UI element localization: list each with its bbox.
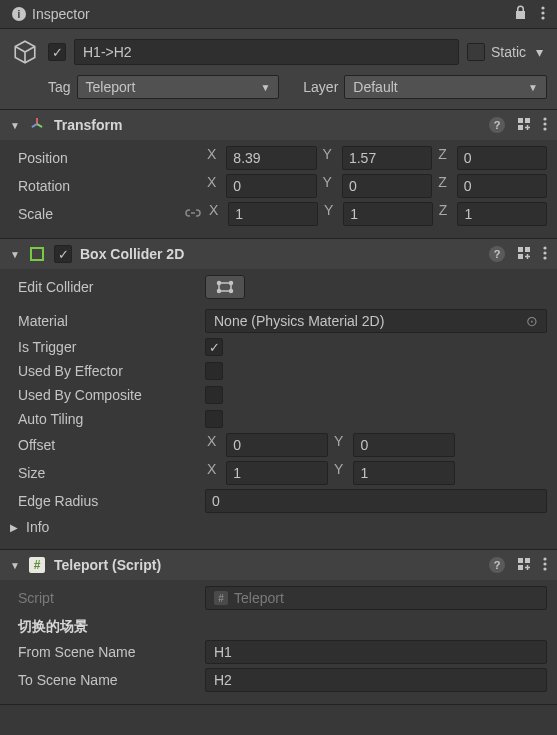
teleport-section-header: 切换的场景 <box>10 612 547 638</box>
help-icon[interactable]: ? <box>489 246 505 262</box>
used-by-composite-checkbox[interactable] <box>205 386 223 404</box>
position-x-field[interactable]: 8.39 <box>226 146 316 170</box>
script-field: # Teleport <box>205 586 547 610</box>
link-icon[interactable] <box>185 206 207 222</box>
edge-radius-label: Edge Radius <box>10 493 205 509</box>
to-scene-field[interactable]: H2 <box>205 668 547 692</box>
svg-point-12 <box>543 246 546 249</box>
info-label[interactable]: Info <box>20 519 49 535</box>
info-icon: i <box>12 7 26 21</box>
layer-label: Layer <box>303 79 338 95</box>
position-z-field[interactable]: 0 <box>457 146 547 170</box>
offset-x-field[interactable]: 0 <box>226 433 328 457</box>
script-file-icon: # <box>214 591 228 605</box>
axis-y-label: Y <box>321 146 338 170</box>
auto-tiling-checkbox[interactable] <box>205 410 223 428</box>
svg-point-13 <box>543 251 546 254</box>
boxcollider-icon <box>28 245 46 263</box>
svg-rect-22 <box>518 565 523 570</box>
transform-title: Transform <box>54 117 481 133</box>
help-icon[interactable]: ? <box>489 117 505 133</box>
layer-dropdown[interactable]: Default ▼ <box>344 75 547 99</box>
gameobject-header: H1->H2 Static ▾ Tag Teleport ▼ Layer Def… <box>0 29 557 110</box>
scale-z-field[interactable]: 1 <box>457 202 547 226</box>
svg-point-19 <box>230 290 233 293</box>
transform-component: ▼ Transform ? Position X 8.39 Y 1.57 Z 0… <box>0 110 557 239</box>
preset-icon[interactable] <box>517 557 531 574</box>
svg-rect-10 <box>525 247 530 252</box>
foldout-icon: ▼ <box>10 560 20 571</box>
rotation-z-field[interactable]: 0 <box>457 174 547 198</box>
kebab-icon[interactable] <box>543 557 547 574</box>
gameobject-name-field[interactable]: H1->H2 <box>74 39 459 65</box>
axis-x-label: X <box>205 146 222 170</box>
script-value: Teleport <box>234 590 284 606</box>
size-x-field[interactable]: 1 <box>226 461 328 485</box>
static-dropdown-arrow[interactable]: ▾ <box>532 44 547 60</box>
teleport-title: Teleport (Script) <box>54 557 481 573</box>
is-trigger-checkbox[interactable] <box>205 338 223 356</box>
svg-rect-5 <box>518 125 523 130</box>
transform-icon <box>28 116 46 134</box>
is-trigger-label: Is Trigger <box>10 339 205 355</box>
svg-point-2 <box>541 16 544 19</box>
transform-header[interactable]: ▼ Transform ? <box>0 110 557 140</box>
svg-point-14 <box>543 256 546 259</box>
position-label: Position <box>10 150 205 166</box>
gameobject-enabled-checkbox[interactable] <box>48 43 66 61</box>
svg-point-6 <box>543 117 546 120</box>
kebab-icon[interactable] <box>543 117 547 134</box>
foldout-icon: ▼ <box>10 120 20 131</box>
position-y-field[interactable]: 1.57 <box>342 146 432 170</box>
static-label: Static <box>491 44 526 60</box>
offset-y-field[interactable]: 0 <box>353 433 455 457</box>
to-scene-label: To Scene Name <box>10 672 205 688</box>
axis-z-label: Z <box>436 146 453 170</box>
size-label: Size <box>10 465 205 481</box>
teleport-header[interactable]: ▼ # Teleport (Script) ? <box>0 550 557 580</box>
boxcollider-header[interactable]: ▼ Box Collider 2D ? <box>0 239 557 269</box>
scale-y-field[interactable]: 1 <box>343 202 433 226</box>
tab-title: Inspector <box>32 6 90 22</box>
help-icon[interactable]: ? <box>489 557 505 573</box>
boxcollider-enabled-checkbox[interactable] <box>54 245 72 263</box>
teleport-component: ▼ # Teleport (Script) ? Script # Telepor… <box>0 550 557 705</box>
material-field[interactable]: None (Physics Material 2D) ⊙ <box>205 309 547 333</box>
kebab-icon[interactable] <box>543 246 547 263</box>
static-checkbox[interactable] <box>467 43 485 61</box>
kebab-icon[interactable] <box>541 6 545 23</box>
svg-point-8 <box>543 127 546 130</box>
rotation-x-field[interactable]: 0 <box>226 174 316 198</box>
auto-tiling-label: Auto Tiling <box>10 411 205 427</box>
preset-icon[interactable] <box>517 246 531 263</box>
svg-rect-3 <box>518 118 523 123</box>
size-y-field[interactable]: 1 <box>353 461 455 485</box>
svg-point-7 <box>543 122 546 125</box>
lock-icon[interactable] <box>514 5 527 23</box>
svg-rect-21 <box>525 558 530 563</box>
script-icon: # <box>28 556 46 574</box>
gameobject-icon[interactable] <box>10 37 40 67</box>
edit-collider-label: Edit Collider <box>10 279 205 295</box>
svg-point-23 <box>543 557 546 560</box>
svg-point-17 <box>230 282 233 285</box>
svg-point-16 <box>218 282 221 285</box>
info-foldout-icon[interactable]: ▶ <box>10 522 20 533</box>
tag-dropdown[interactable]: Teleport ▼ <box>77 75 280 99</box>
preset-icon[interactable] <box>517 117 531 134</box>
used-by-effector-checkbox[interactable] <box>205 362 223 380</box>
from-scene-field[interactable]: H1 <box>205 640 547 664</box>
chevron-down-icon: ▼ <box>260 82 270 93</box>
rotation-label: Rotation <box>10 178 205 194</box>
edit-collider-button[interactable] <box>205 275 245 299</box>
edge-radius-field[interactable]: 0 <box>205 489 547 513</box>
material-value: None (Physics Material 2D) <box>214 313 384 329</box>
scale-x-field[interactable]: 1 <box>228 202 318 226</box>
inspector-tab[interactable]: i Inspector <box>0 0 102 28</box>
inspector-tabbar: i Inspector <box>0 0 557 29</box>
object-picker-icon[interactable]: ⊙ <box>526 313 538 329</box>
scale-label: Scale <box>10 206 185 222</box>
script-label: Script <box>10 590 205 606</box>
svg-point-0 <box>541 6 544 9</box>
rotation-y-field[interactable]: 0 <box>342 174 432 198</box>
